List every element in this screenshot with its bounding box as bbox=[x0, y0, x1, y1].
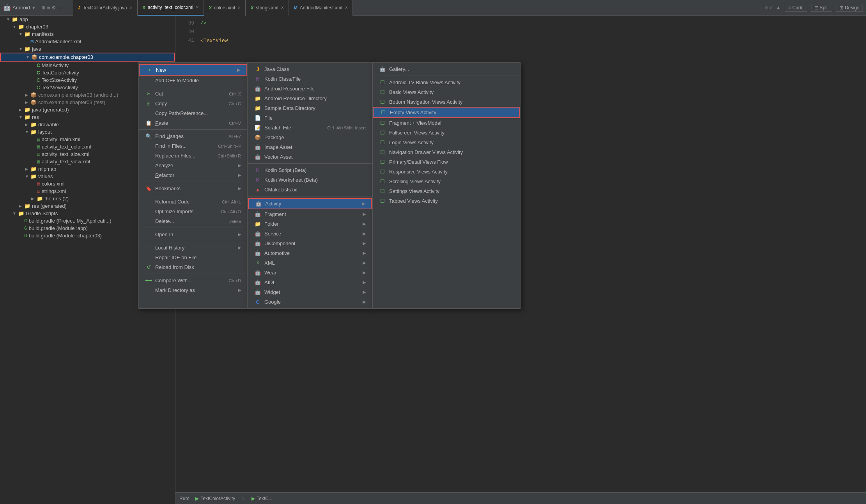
analyze-item[interactable]: Analyze ▶ bbox=[139, 161, 247, 170]
tab-manifest[interactable]: M AndroidManifest.xml ✕ bbox=[289, 0, 353, 16]
tree-label-package-test: com.example.chapter03 (test) bbox=[38, 99, 105, 105]
android-resource-dir-icon: 📁 bbox=[254, 95, 261, 101]
bookmarks-item[interactable]: 🔖 Bookmarks ▶ bbox=[139, 184, 247, 193]
tree-label-activity-main: activity_main.xml bbox=[42, 136, 80, 142]
mark-directory-item[interactable]: Mark Directory as ▶ bbox=[139, 285, 247, 295]
toolbar-icon-2[interactable]: ≡ bbox=[47, 5, 50, 11]
tree-item-manifests[interactable]: ▼ 📁 manifests bbox=[0, 30, 175, 38]
login-views-item[interactable]: ☐ Login Views Activity bbox=[373, 138, 520, 147]
repair-ide-item[interactable]: Repair IDE on File bbox=[139, 253, 247, 262]
tabbed-views-item[interactable]: ☐ Tabbed Views Activity bbox=[373, 196, 520, 206]
new-file[interactable]: 📄 File bbox=[248, 113, 372, 123]
reload-disk-item[interactable]: ↺ Reload from Disk bbox=[139, 262, 247, 272]
reformat-shortcut: Ctrl+Alt+L bbox=[222, 200, 241, 204]
new-scratch-file[interactable]: 📝 Scratch File Ctrl+Alt+Shift+Insert bbox=[248, 123, 372, 133]
tab-colors-close[interactable]: ✕ bbox=[237, 5, 241, 10]
optimize-imports-item[interactable]: Optimize Imports Ctrl+Alt+O bbox=[139, 207, 247, 216]
add-cpp-item[interactable]: Add C++ to Module bbox=[139, 76, 247, 85]
new-kotlin-worksheet[interactable]: K Kotlin Worksheet (Beta) bbox=[248, 175, 372, 185]
find-in-files-item[interactable]: Find in Files... Ctrl+Shift+F bbox=[139, 141, 247, 151]
split-view-btn[interactable]: ⊟ Split bbox=[811, 4, 832, 12]
replace-in-files-item[interactable]: Replace in Files... Ctrl+Shift+R bbox=[139, 151, 247, 161]
new-vector-asset[interactable]: 🤖 Vector Asset bbox=[248, 152, 372, 162]
new-java-class[interactable]: J Java Class bbox=[248, 64, 372, 74]
refactor-item[interactable]: Refactor ▶ bbox=[139, 170, 247, 180]
tree-label-activity-text-view: activity_text_view.xml bbox=[42, 159, 90, 164]
settings-views-item[interactable]: ☐ Settings Views Activity bbox=[373, 186, 520, 196]
new-image-asset[interactable]: 🤖 Image Asset bbox=[248, 142, 372, 152]
nav-drawer-views-item[interactable]: ☐ Navigation Drawer Views Activity bbox=[373, 147, 520, 157]
paste-item[interactable]: 📋 Paste Ctrl+V bbox=[139, 118, 247, 128]
folder-arrow: ▶ bbox=[363, 221, 366, 226]
tab-java[interactable]: J TextColorActivity.java ✕ bbox=[73, 0, 137, 16]
find-usages-item[interactable]: 🔍 Find Usages Alt+F7 bbox=[139, 131, 247, 141]
open-in-item[interactable]: Open In ▶ bbox=[139, 230, 247, 239]
status-item-2[interactable]: ▶ TextC... bbox=[251, 496, 273, 501]
status-item-1[interactable]: ▶ TextColorActivity bbox=[195, 496, 235, 501]
new-wear[interactable]: 🤖 Wear ▶ bbox=[248, 268, 372, 278]
scrolling-views-item[interactable]: ☐ Scrolling Views Activity bbox=[373, 177, 520, 186]
tab-manifest-close[interactable]: ✕ bbox=[345, 5, 348, 10]
design-view-btn[interactable]: ⊞ Design bbox=[836, 4, 863, 12]
new-automotive[interactable]: 🤖 Automotive ▶ bbox=[248, 248, 372, 258]
tab-xml1-close[interactable]: ✕ bbox=[196, 5, 199, 9]
new-activity[interactable]: 🤖 Activity ▶ bbox=[248, 198, 372, 209]
fragment-viewmodel-item[interactable]: ☐ Fragment + ViewModel bbox=[373, 118, 520, 128]
add-cpp-label: Add C++ to Module bbox=[155, 78, 199, 83]
fullscreen-views-item[interactable]: ☐ Fullscreen Views Activity bbox=[373, 128, 520, 138]
new-kotlin-class[interactable]: K Kotlin Class/File bbox=[248, 74, 372, 84]
tv-blank-views-item[interactable]: ☐ Android TV Blank Views Activity bbox=[373, 78, 520, 87]
new-service[interactable]: 🤖 Service ▶ bbox=[248, 229, 372, 239]
copy-item[interactable]: ⎘ Copy Ctrl+C bbox=[139, 99, 247, 108]
toolbar-icon-3[interactable]: ⚙ bbox=[51, 5, 56, 11]
new-android-resource-dir[interactable]: 📁 Android Resource Directory bbox=[248, 94, 372, 103]
tab-java-close[interactable]: ✕ bbox=[129, 5, 133, 10]
new-widget[interactable]: 🤖 Widget ▶ bbox=[248, 287, 372, 297]
new-folder[interactable]: 📁 Folder ▶ bbox=[248, 219, 372, 229]
fragment-viewmodel-label: Fragment + ViewModel bbox=[389, 120, 441, 126]
tab-xml1[interactable]: X activity_text_color.xml ✕ bbox=[138, 0, 204, 16]
tree-item-androidmanifest[interactable]: M AndroidManifest.xml bbox=[0, 38, 175, 45]
new-aidl[interactable]: 🤖 AIDL ▶ bbox=[248, 278, 372, 287]
toolbar-icon-1[interactable]: ⊕ bbox=[41, 5, 46, 11]
tree-item-package-main[interactable]: ▼ 📦 com.example.chapter03 bbox=[0, 53, 175, 62]
gallery-item[interactable]: 🤖 Gallery... bbox=[373, 64, 520, 74]
tab-colors[interactable]: X colors.xml ✕ bbox=[204, 0, 246, 16]
new-uicomponent[interactable]: 🤖 UiComponent ▶ bbox=[248, 239, 372, 248]
dropdown-arrow[interactable]: ▼ bbox=[32, 5, 36, 10]
delete-item[interactable]: Delete... Delete bbox=[139, 216, 247, 226]
new-fragment[interactable]: 🤖 Fragment ▶ bbox=[248, 209, 372, 219]
responsive-views-item[interactable]: ☐ Responsive Views Activity bbox=[373, 167, 520, 177]
local-history-item[interactable]: Local History ▶ bbox=[139, 243, 247, 253]
new-google[interactable]: G Google ▶ bbox=[248, 297, 372, 307]
kotlin-class-icon: K bbox=[254, 76, 261, 82]
toolbar-icon-4[interactable]: — bbox=[58, 5, 63, 11]
compare-with-item[interactable]: ⟷ Compare With... Ctrl+D bbox=[139, 276, 247, 285]
fragment-icon: 🤖 bbox=[254, 211, 261, 217]
context-menu-new[interactable]: + New ▶ bbox=[139, 64, 247, 76]
new-xml[interactable]: X XML ▶ bbox=[248, 258, 372, 268]
new-cmakelists[interactable]: ▲ CMakeLists.txt bbox=[248, 185, 372, 195]
cut-item[interactable]: ✂ Cut Ctrl+X bbox=[139, 89, 247, 99]
copy-path-item[interactable]: Copy Path/Reference... bbox=[139, 108, 247, 118]
empty-views-item[interactable]: ☐ Empty Views Activity bbox=[373, 107, 520, 118]
new-android-resource-file[interactable]: 🤖 Android Resource File bbox=[248, 84, 372, 94]
tabbed-views-label: Tabbed Views Activity bbox=[389, 198, 438, 204]
reformat-item[interactable]: Reformat Code Ctrl+Alt+L bbox=[139, 197, 247, 207]
primary-detail-views-item[interactable]: ☐ Primary/Detail Views Flow bbox=[373, 157, 520, 167]
line-num-40: 40 bbox=[179, 29, 194, 35]
basic-views-item[interactable]: ☐ Basic Views Activity bbox=[373, 87, 520, 97]
service-icon: 🤖 bbox=[254, 231, 261, 237]
tree-item-app[interactable]: ▼ 📁 app bbox=[0, 16, 175, 23]
tree-item-chapter03[interactable]: ▼ 📁 chapter03 bbox=[0, 23, 175, 30]
editor-tabs: J TextColorActivity.java ✕ X activity_te… bbox=[73, 0, 762, 16]
code-view-btn[interactable]: ≡ Code bbox=[785, 4, 807, 12]
new-sample-data-dir[interactable]: 📁 Sample Data Directory bbox=[248, 103, 372, 113]
tab-strings-close[interactable]: ✕ bbox=[281, 5, 284, 10]
bottom-nav-views-item[interactable]: ☐ Bottom Navigation Views Activity bbox=[373, 97, 520, 107]
tree-item-java[interactable]: ▼ 📁 java bbox=[0, 45, 175, 53]
tab-strings[interactable]: X strings.xml ✕ bbox=[246, 0, 289, 16]
new-package[interactable]: 📦 Package bbox=[248, 133, 372, 142]
expand-icon[interactable]: ▲ bbox=[776, 5, 781, 11]
new-kotlin-script[interactable]: K Kotlin Script (Beta) bbox=[248, 165, 372, 175]
